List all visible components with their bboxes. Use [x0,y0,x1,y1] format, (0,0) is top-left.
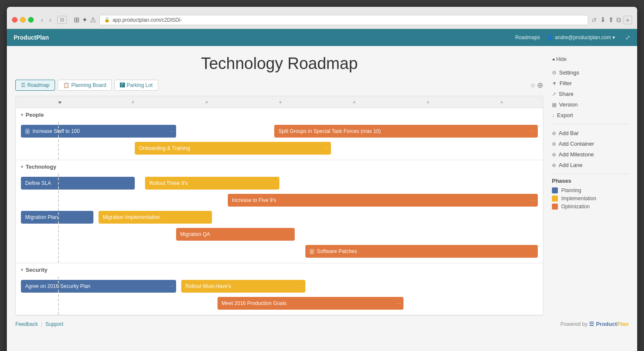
collapse-icon: ▾ [21,112,23,117]
bar-row: Onboarding & Training ⋯ [21,141,538,155]
close-button[interactable] [12,17,17,23]
optimization-label: Optimization [561,204,590,210]
tab-planning-board[interactable]: 📋 Planning Board [58,80,112,91]
lane-row: Migration Plan Migration Implementation [21,210,538,224]
zoom-in-button[interactable]: ⊕ [537,81,543,90]
bar-rollout-must-haves[interactable]: Rollout Must-Have's ⋯ [181,280,305,293]
bar-row: Migration Plan Migration Implementation [21,210,538,224]
implementation-swatch [552,196,558,201]
bar-label: Increase to Five 9's [232,197,276,203]
bar-menu-icon[interactable]: ⋯ [324,146,328,151]
fullscreen-button[interactable]: ⤢ [625,34,630,41]
bar-label: Migration QA [180,231,210,237]
add-milestone-label: Add Milestone [559,151,594,158]
timeline-collapse[interactable]: ▼ [58,100,62,104]
add-bar-icon: ⊕ [552,130,556,136]
dashed-separator [58,276,59,315]
grid-icon: ⊞ [74,16,79,24]
section-security-label: Security [26,267,47,273]
duplicate-button[interactable]: ⧉ [616,16,621,24]
reload-button[interactable]: ↺ [592,17,597,23]
bar-menu-icon[interactable]: ⋯ [531,198,535,203]
share-browser-button[interactable]: ⬆ [608,16,614,24]
support-link[interactable]: Support [46,321,64,327]
back-button[interactable]: ‹ [39,15,45,25]
bar-menu-icon[interactable]: ⋯ [397,301,401,306]
sidebar-action-add-milestone[interactable]: ⊕ Add Milestone [552,149,629,160]
filter-icon: ▼ [552,81,557,86]
bar-label: Migration Implementation [103,214,160,220]
dashed-separator [58,121,59,160]
bar-label: Rollout Must-Have's [186,283,231,289]
bar-migration-implementation[interactable]: Migration Implementation [99,211,212,224]
zoom-out-button[interactable]: ○ [531,81,535,90]
user-label: andre@productplan.com ▾ [555,35,615,40]
bar-row: › Software Patches [21,244,538,259]
url-text: app.productplan.com/c2DlSDl- [113,17,182,23]
hide-arrow-icon: ◂ [552,56,554,62]
sidebar-item-settings[interactable]: ⚙ Settings [552,67,629,78]
bar-menu-icon[interactable]: ⋯ [169,129,174,134]
bar-menu-icon[interactable]: ⋯ [299,284,303,289]
bar-onboarding[interactable]: Onboarding & Training ⋯ [135,142,331,155]
address-bar[interactable]: 🔒 app.productplan.com/c2DlSDl- [99,15,588,25]
forward-button[interactable]: › [47,15,53,25]
share-icon: ↗ [552,91,556,97]
sidebar-action-add-container[interactable]: ⊕ Add Container [552,138,629,149]
sidebar-item-version[interactable]: ▦ Version [552,99,629,110]
sidebar-share-label: Share [559,91,574,97]
footer-links: Feedback | Support [15,321,64,327]
add-bar-label: Add Bar [559,130,579,136]
bar-meet-production-goals[interactable]: Meet 2016 Production Goals ⋯ [218,297,403,310]
version-icon: ▦ [552,102,557,108]
section-people-header[interactable]: ▾ People [16,108,543,121]
bar-split-groups[interactable]: Split Groups in Special Task Forces (max… [274,125,538,138]
bar-migration-qa[interactable]: Migration QA [176,228,295,241]
expand-icon[interactable]: › [25,129,30,134]
lane-row: Meet 2016 Production Goals ⋯ [21,296,538,311]
bar-increase-five-nines[interactable]: Increase to Five 9's ⋯ [228,194,538,207]
add-container-icon: ⊕ [552,141,556,147]
roadmaps-nav-link[interactable]: Roadmaps [515,35,540,40]
bar-rollout-three-nines[interactable]: Rollout Three 9's [145,177,279,190]
sidebar-action-add-lane[interactable]: ⊕ Add Lane [552,160,629,170]
reader-button[interactable]: ⊡ [57,16,67,24]
sidebar-item-share[interactable]: ↗ Share [552,89,629,99]
minimize-button[interactable] [20,17,26,23]
planning-board-tab-icon: 📋 [63,82,70,88]
feedback-link[interactable]: Feedback [15,321,38,327]
bar-agree-security-plan[interactable]: Agree on 2016 Security Plan ⋯ [21,280,176,293]
tab-roadmap[interactable]: ☰ Roadmap [15,80,55,91]
bar-label: Migration Plan [25,214,58,220]
bar-define-sla[interactable]: Define SLA [21,177,135,190]
bar-software-patches[interactable]: › Software Patches [305,245,538,258]
hide-toggle[interactable]: ◂ Hide [552,56,629,62]
expand-icon[interactable]: › [310,249,314,254]
new-tab-button[interactable]: + [624,16,632,24]
sidebar-action-add-bar[interactable]: ⊕ Add Bar [552,128,629,138]
timeline-tick [279,101,281,103]
parking-lot-tab-icon: 🅿 [120,82,125,88]
bar-migration-plan[interactable]: Migration Plan [21,211,93,224]
powered-text: Powered by [560,321,587,327]
lane-row: Increase to Five 9's ⋯ [21,193,538,207]
bar-menu-icon[interactable]: ⋯ [531,129,535,134]
planning-label: Planning [561,187,581,193]
bar-increase-staff[interactable]: › Increase Staff to 100 ⋯ [21,125,176,138]
section-people-lanes: › Increase Staff to 100 ⋯ Split Groups i… [16,121,543,160]
sidebar-tools: ⚙ Settings ▼ Filter ↗ Share ▦ [552,67,629,121]
roadmap-tab-label: Roadmap [27,82,49,88]
bar-menu-icon[interactable]: ⋯ [169,284,174,289]
sidebar-item-filter[interactable]: ▼ Filter [552,78,629,89]
sidebar-item-export[interactable]: ↓ Export [552,110,629,121]
bar-label: Define SLA [25,180,51,186]
timeline-tick [501,101,503,103]
user-menu[interactable]: 👤 andre@productplan.com ▾ [547,35,615,40]
bar-label: Increase Staff to 100 [32,128,80,134]
section-security-header[interactable]: ▾ Security [16,263,543,276]
section-technology-header[interactable]: ▾ Technology [16,160,543,173]
maximize-button[interactable] [28,17,34,23]
tab-parking-lot[interactable]: 🅿 Parking Lot [114,80,158,91]
parking-lot-tab-label: Parking Lot [127,82,153,88]
download-button[interactable]: ⬇ [600,16,606,24]
